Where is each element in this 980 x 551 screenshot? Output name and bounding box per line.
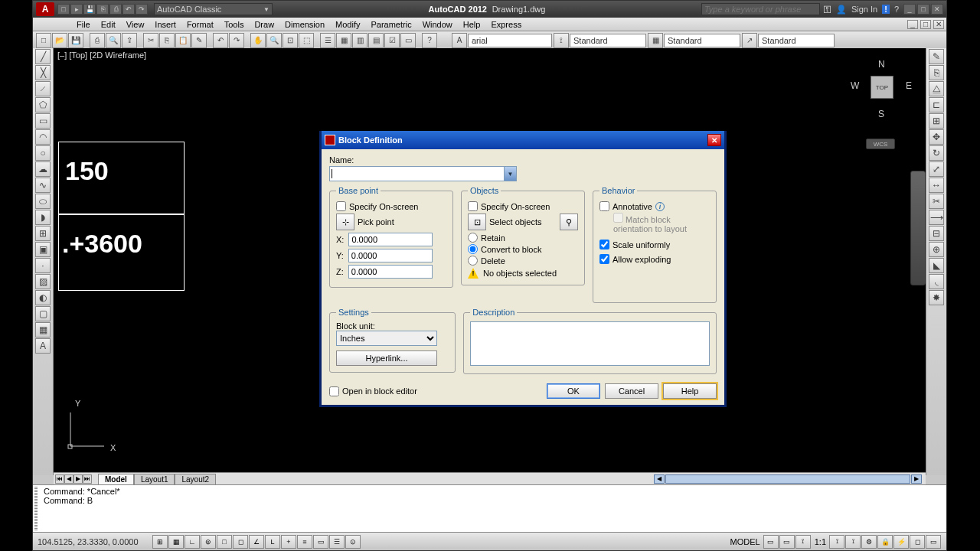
region-icon[interactable]: ▢ [35,306,51,321]
fillet-icon[interactable]: ◟ [929,274,944,289]
command-line[interactable]: Command: *Cancel* Command: B [33,484,946,532]
print-icon[interactable]: ⎙ [109,4,122,15]
tablestyle-icon[interactable]: ▦ [648,33,663,48]
mtext-icon[interactable]: A [35,338,51,354]
zoom-prev-icon[interactable]: ⬚ [299,33,314,48]
gradient-icon[interactable]: ◐ [35,290,51,305]
cancel-button[interactable]: Cancel [605,383,658,399]
info-icon[interactable]: i [655,202,665,211]
qnew-icon[interactable]: □ [36,33,51,48]
circle-icon[interactable]: ○ [35,145,51,161]
cut-icon[interactable]: ✂ [143,33,158,48]
spline-icon[interactable]: ∿ [35,178,51,193]
publish-icon[interactable]: ⇪ [122,33,137,48]
zoom-win-icon[interactable]: ⊡ [283,33,298,48]
tab-layout2[interactable]: Layout2 [175,474,216,484]
annoautoscale-icon[interactable]: ⟟ [845,535,861,549]
navigation-bar[interactable] [910,171,926,285]
lwt-icon[interactable]: ≡ [297,535,312,549]
doc-minimize-button[interactable]: _ [907,20,918,29]
obj-specify-checkbox[interactable]: Specify On-screen [468,201,578,211]
hatch-icon[interactable]: ▨ [35,274,51,289]
paste-icon[interactable]: 📋 [175,33,191,48]
break-icon[interactable]: ⊟ [929,226,944,241]
hscroll-right-icon[interactable]: ▶ [911,474,922,484]
tab-next-icon[interactable]: ▶ [74,474,83,484]
xline-icon[interactable]: ╳ [35,65,51,80]
menu-draw[interactable]: Draw [249,19,279,30]
bp-specify-checkbox[interactable]: Specify On-screen [336,201,446,211]
explode-icon[interactable]: ✸ [929,290,944,305]
move-icon[interactable]: ✥ [929,129,944,145]
workspace-dropdown[interactable]: AutoCAD Classic ▼ [154,3,273,15]
textstyle-icon[interactable]: A [452,33,467,48]
markup-icon[interactable]: ☑ [384,33,400,48]
save-icon[interactable]: 💾 [83,4,96,15]
menu-help[interactable]: Help [458,19,486,30]
menu-view[interactable]: View [121,19,150,30]
osnap-icon[interactable]: □ [217,535,232,549]
block-name-input[interactable]: ▼ [329,166,517,181]
undo-icon[interactable]: ↶ [122,4,135,15]
description-textarea[interactable] [470,321,710,366]
ok-button[interactable]: OK [547,383,600,399]
name-dropdown-icon[interactable]: ▼ [504,167,516,181]
tab-layout1[interactable]: Layout1 [134,474,175,484]
retain-radio[interactable]: Retain [468,233,578,243]
tab-first-icon[interactable]: ⏮ [55,474,64,484]
redo2-icon[interactable]: ↷ [229,33,244,48]
menu-parametric[interactable]: Parametric [365,19,416,30]
doc-close-button[interactable]: ✕ [933,20,944,29]
table-icon[interactable]: ▦ [35,322,51,337]
signin-link[interactable]: Sign In [851,5,877,14]
preview-icon[interactable]: 🔍 [106,33,121,48]
pick-point-button[interactable]: ⊹ [336,214,354,230]
pan-icon[interactable]: ✋ [250,33,266,48]
hscroll-left-icon[interactable]: ◀ [654,474,665,484]
rotate-icon[interactable]: ↻ [929,145,944,161]
ducs-icon[interactable]: L [265,535,280,549]
erase-icon[interactable]: ✎ [929,49,944,64]
mleaderstyle-icon[interactable]: ↗ [742,33,757,48]
offset-icon[interactable]: ⊏ [929,97,944,112]
dcenter-icon[interactable]: ▦ [336,33,351,48]
close-button[interactable]: ✕ [931,4,943,15]
point-icon[interactable]: · [35,258,51,273]
block-unit-select[interactable]: Inches [336,331,437,346]
quickview-layouts-icon[interactable]: ▭ [763,535,779,549]
tpy-icon[interactable]: ▭ [313,535,328,549]
allow-exploding-checkbox[interactable]: Allow exploding [599,254,710,264]
doc-restore-button[interactable]: □ [920,20,931,29]
dimstyle-icon[interactable]: ⟟ [554,33,569,48]
grid-icon[interactable]: ▦ [168,535,184,549]
toolpal-icon[interactable]: ▥ [352,33,368,48]
font-combo[interactable]: arial [468,34,552,47]
toolbar-lock-icon[interactable]: 🔒 [877,535,893,549]
otrack-icon[interactable]: ∠ [249,535,264,549]
sc-icon[interactable]: ⊙ [345,535,361,549]
qp-icon[interactable]: ☰ [329,535,345,549]
maximize-button[interactable]: □ [917,4,929,15]
props-icon[interactable]: ☰ [320,33,335,48]
snap-icon[interactable]: ⊞ [152,535,168,549]
coords-display[interactable]: 104.5125, 23.3330, 0.0000 [38,537,152,546]
quick-select-button[interactable]: ⚲ [560,214,578,230]
annoscale-icon[interactable]: ⟟ [795,535,811,549]
pline-icon[interactable]: ⟋ [35,81,51,96]
saveas-icon[interactable]: ⎘ [96,4,109,15]
open2-icon[interactable]: 📂 [52,33,67,48]
hscroll-track[interactable] [665,474,910,484]
menu-format[interactable]: Format [181,19,219,30]
makeblock-icon[interactable]: ▣ [35,242,51,257]
calc-icon[interactable]: ▭ [400,33,416,48]
menu-insert[interactable]: Insert [149,19,181,30]
polygon-icon[interactable]: ⬠ [35,97,51,112]
mirror-icon[interactable]: ⧋ [929,81,944,96]
dyn-icon[interactable]: + [281,535,296,549]
ws-switch-icon[interactable]: ⚙ [861,535,877,549]
viewcube-s[interactable]: S [878,109,884,119]
ortho-icon[interactable]: ∟ [185,535,200,549]
dialog-titlebar[interactable]: Block Definition ✕ [322,131,724,149]
copy2-icon[interactable]: ⎘ [929,65,944,80]
menu-edit[interactable]: Edit [96,19,121,30]
